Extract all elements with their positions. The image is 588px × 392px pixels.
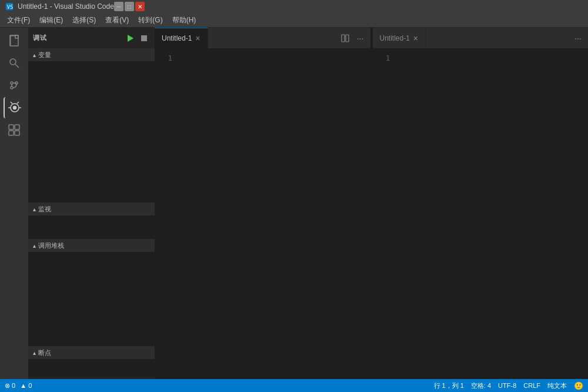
svg-point-10 xyxy=(11,87,13,89)
editor-group-1: Untitled-1 × ··· xyxy=(155,28,370,379)
menu-help[interactable]: 帮助(H) xyxy=(168,14,201,26)
status-warnings[interactable]: ▲ 0 xyxy=(20,382,32,389)
svg-rect-24 xyxy=(342,35,345,42)
svg-rect-18 xyxy=(9,125,14,129)
status-language[interactable]: 纯文本 xyxy=(547,381,567,390)
tab-bar-2: Untitled-1 × ··· xyxy=(373,28,589,48)
more-actions-button-right[interactable]: ··· xyxy=(572,32,584,45)
variables-header[interactable]: ▴ 变量 xyxy=(28,48,155,61)
breakpoints-arrow: ▴ xyxy=(33,350,36,356)
editor-content-right[interactable]: 1 xyxy=(373,48,589,379)
activity-icon-extensions[interactable] xyxy=(4,119,25,141)
maximize-button[interactable]: □ xyxy=(125,2,134,11)
tab-label: Untitled-1 xyxy=(162,34,192,42)
status-right: 行 1，列 1 空格: 4 UTF-8 CRLF 纯文本 🙂 xyxy=(434,381,584,390)
tab-actions-right: ··· xyxy=(568,28,588,48)
status-errors[interactable]: ⊗ 0 xyxy=(5,382,15,390)
window-controls: ─ □ ✕ xyxy=(114,2,145,11)
status-smiley[interactable]: 🙂 xyxy=(574,381,583,390)
editor-groups: Untitled-1 × ··· xyxy=(155,28,588,379)
svg-rect-20 xyxy=(9,131,14,135)
line-numbers-right: 1 xyxy=(373,48,396,68)
breakpoints-label: 断点 xyxy=(38,348,51,357)
watch-section: ▴ 监视 xyxy=(28,202,155,239)
svg-rect-25 xyxy=(346,35,349,42)
watch-arrow: ▴ xyxy=(33,206,36,212)
variables-label: 变量 xyxy=(38,51,51,59)
close-button[interactable]: ✕ xyxy=(135,2,145,11)
callstack-arrow: ▴ xyxy=(33,242,36,249)
svg-rect-21 xyxy=(15,131,19,135)
svg-rect-23 xyxy=(141,35,147,41)
menu-select[interactable]: 选择(S) xyxy=(68,14,101,26)
watch-header[interactable]: ▴ 监视 xyxy=(28,202,155,215)
callstack-label: 调用堆栈 xyxy=(38,241,64,250)
callstack-header[interactable]: ▴ 调用堆栈 xyxy=(28,239,155,252)
breakpoints-body xyxy=(28,359,155,377)
more-actions-button-left[interactable]: ··· xyxy=(354,32,367,45)
editor-group-2: Untitled-1 × ··· 1 xyxy=(373,28,589,379)
status-position[interactable]: 行 1，列 1 xyxy=(434,381,464,390)
svg-point-8 xyxy=(11,82,13,84)
breakpoints-header[interactable]: ▴ 断点 xyxy=(28,346,155,359)
debug-stop-button[interactable] xyxy=(138,32,150,44)
tab-untitled-1-left[interactable]: Untitled-1 × xyxy=(155,28,208,48)
tab-untitled-1-right[interactable]: Untitled-1 × xyxy=(373,28,426,48)
callstack-section: ▴ 调用堆栈 xyxy=(28,239,155,346)
tab-actions-left: ··· xyxy=(335,28,370,48)
editor-content-left[interactable]: 1 xyxy=(155,48,370,379)
main-area: 调试 ▴ 变量 ▴ 监视 xyxy=(0,28,588,379)
menu-file[interactable]: 文件(F) xyxy=(2,14,35,26)
svg-text:VS: VS xyxy=(7,4,14,10)
menu-edit[interactable]: 编辑(E) xyxy=(35,14,68,26)
callstack-body xyxy=(28,252,155,346)
svg-marker-22 xyxy=(128,35,133,42)
status-bar: ⊗ 0 ▲ 0 行 1，列 1 空格: 4 UTF-8 CRLF 纯文本 🙂 xyxy=(0,379,588,392)
sidebar: 调试 ▴ 变量 ▴ 监视 xyxy=(28,28,155,379)
activity-icon-search[interactable] xyxy=(4,52,25,74)
variables-arrow: ▴ xyxy=(33,52,36,58)
activity-icon-git[interactable] xyxy=(4,75,25,96)
activity-bar xyxy=(0,28,28,379)
status-spaces[interactable]: 空格: 4 xyxy=(471,381,491,390)
variables-section: ▴ 变量 xyxy=(28,48,155,202)
app-icon: VS xyxy=(5,2,14,11)
tab-bar-1: Untitled-1 × ··· xyxy=(155,28,370,48)
svg-point-15 xyxy=(14,107,16,109)
sidebar-header: 调试 xyxy=(28,28,155,48)
title-bar: VS Untitled-1 - Visual Studio Code ─ □ ✕ xyxy=(0,0,588,13)
line-numbers-left: 1 xyxy=(155,48,178,68)
variables-body xyxy=(28,61,155,202)
svg-rect-19 xyxy=(15,125,19,129)
menu-bar: 文件(F) 编辑(E) 选择(S) 查看(V) 转到(G) 帮助(H) xyxy=(0,13,588,28)
minimize-button[interactable]: ─ xyxy=(114,2,123,11)
editor-area: Untitled-1 × ··· xyxy=(155,28,588,379)
activity-icon-files[interactable] xyxy=(4,30,25,51)
svg-line-7 xyxy=(15,64,19,68)
svg-line-16 xyxy=(11,102,12,104)
svg-line-17 xyxy=(17,102,19,104)
tab-close-left[interactable]: × xyxy=(195,34,200,43)
status-line-ending[interactable]: CRLF xyxy=(523,382,540,389)
status-encoding[interactable]: UTF-8 xyxy=(498,382,516,389)
tab-close-right[interactable]: × xyxy=(413,34,418,43)
tab-label-right: Untitled-1 xyxy=(380,34,410,42)
breakpoints-section: ▴ 断点 xyxy=(28,346,155,377)
watch-label: 监视 xyxy=(38,205,51,214)
split-editor-button[interactable] xyxy=(339,32,352,45)
menu-goto[interactable]: 转到(G) xyxy=(133,14,167,26)
status-left: ⊗ 0 ▲ 0 xyxy=(5,382,32,390)
svg-point-6 xyxy=(10,59,16,65)
activity-icon-debug[interactable] xyxy=(4,97,25,118)
svg-rect-5 xyxy=(10,35,18,46)
menu-view[interactable]: 查看(V) xyxy=(101,14,133,26)
title-text: Untitled-1 - Visual Studio Code xyxy=(18,2,114,11)
watch-body xyxy=(28,215,155,239)
debug-start-button[interactable] xyxy=(124,32,136,44)
